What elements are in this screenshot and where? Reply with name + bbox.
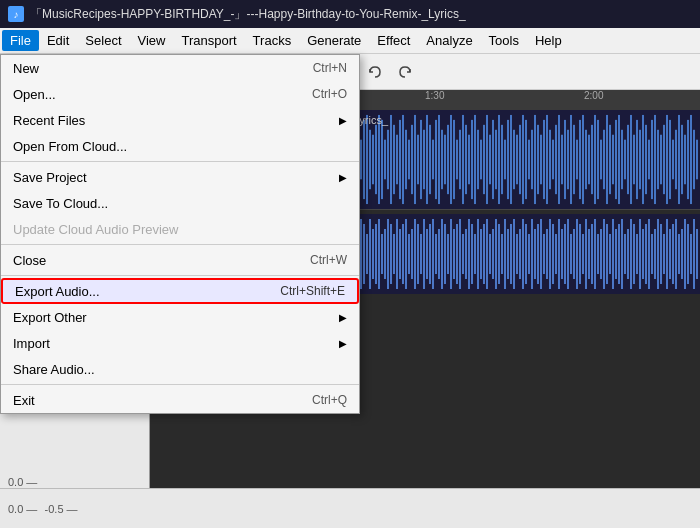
menu-share-audio[interactable]: Share Audio... <box>1 356 359 382</box>
svg-rect-106 <box>399 120 401 199</box>
svg-rect-181 <box>624 140 626 180</box>
svg-rect-99 <box>378 115 380 204</box>
svg-rect-156 <box>549 130 551 189</box>
svg-rect-297 <box>420 234 422 274</box>
menu-effect[interactable]: Effect <box>369 30 418 51</box>
svg-rect-304 <box>441 219 443 289</box>
menu-help[interactable]: Help <box>527 30 570 51</box>
svg-rect-294 <box>411 229 413 279</box>
svg-rect-101 <box>384 140 386 180</box>
svg-rect-355 <box>594 219 596 289</box>
svg-rect-94 <box>363 120 365 199</box>
svg-rect-139 <box>498 115 500 204</box>
svg-rect-283 <box>378 219 380 289</box>
svg-rect-168 <box>585 130 587 189</box>
svg-rect-193 <box>660 135 662 185</box>
svg-rect-285 <box>384 229 386 279</box>
menu-file[interactable]: File <box>2 30 39 51</box>
svg-rect-380 <box>669 229 671 279</box>
menu-save-arrow: ▶ <box>339 172 347 183</box>
menu-save-project[interactable]: Save Project ▶ <box>1 164 359 190</box>
svg-rect-295 <box>414 219 416 289</box>
svg-rect-195 <box>666 115 668 204</box>
toolbar-redo[interactable] <box>391 58 419 86</box>
svg-rect-104 <box>393 125 395 194</box>
svg-rect-155 <box>546 115 548 204</box>
svg-rect-299 <box>426 229 428 279</box>
svg-rect-305 <box>444 224 446 284</box>
menu-export-audio[interactable]: Export Audio... Ctrl+Shift+E <box>1 278 359 304</box>
svg-rect-366 <box>627 229 629 279</box>
svg-rect-286 <box>387 219 389 289</box>
svg-rect-189 <box>648 140 650 180</box>
svg-rect-329 <box>516 234 518 274</box>
svg-rect-174 <box>603 130 605 189</box>
svg-rect-332 <box>525 224 527 284</box>
svg-rect-374 <box>651 234 653 274</box>
svg-rect-303 <box>438 229 440 279</box>
svg-rect-153 <box>540 135 542 185</box>
menu-recent-files[interactable]: Recent Files ▶ <box>1 107 359 133</box>
svg-rect-148 <box>525 120 527 199</box>
svg-rect-356 <box>597 234 599 274</box>
menu-tracks[interactable]: Tracks <box>245 30 300 51</box>
scale-indicator-bottom: -0.5 — <box>45 503 78 515</box>
svg-rect-358 <box>603 219 605 289</box>
menu-exit[interactable]: Exit Ctrl+Q <box>1 387 359 413</box>
svg-rect-123 <box>450 115 452 204</box>
svg-rect-144 <box>513 130 515 189</box>
svg-rect-281 <box>372 229 374 279</box>
menu-open[interactable]: Open... Ctrl+O <box>1 81 359 107</box>
svg-rect-200 <box>681 125 683 194</box>
menu-select[interactable]: Select <box>77 30 129 51</box>
menu-view[interactable]: View <box>130 30 174 51</box>
svg-rect-301 <box>432 219 434 289</box>
svg-rect-317 <box>480 229 482 279</box>
menu-save-cloud[interactable]: Save To Cloud... <box>1 190 359 216</box>
svg-rect-339 <box>546 229 548 279</box>
svg-rect-288 <box>393 234 395 274</box>
svg-rect-316 <box>477 219 479 289</box>
file-menu-dropdown: New Ctrl+N Open... Ctrl+O Recent Files ▶… <box>0 54 360 414</box>
svg-rect-348 <box>573 229 575 279</box>
svg-rect-323 <box>498 224 500 284</box>
menu-new[interactable]: New Ctrl+N <box>1 55 359 81</box>
svg-rect-179 <box>618 115 620 204</box>
svg-rect-100 <box>381 120 383 199</box>
svg-rect-280 <box>369 219 371 289</box>
svg-rect-318 <box>483 224 485 284</box>
svg-rect-176 <box>609 125 611 194</box>
svg-rect-185 <box>636 120 638 199</box>
menu-analyze[interactable]: Analyze <box>418 30 480 51</box>
svg-rect-284 <box>381 234 383 274</box>
menu-tools[interactable]: Tools <box>481 30 527 51</box>
svg-rect-331 <box>522 219 524 289</box>
menu-import[interactable]: Import ▶ <box>1 330 359 356</box>
menu-new-label: New <box>13 61 39 76</box>
svg-rect-321 <box>492 229 494 279</box>
menu-export-other[interactable]: Export Other ▶ <box>1 304 359 330</box>
svg-rect-310 <box>459 219 461 289</box>
svg-rect-143 <box>510 115 512 204</box>
svg-rect-347 <box>570 234 572 274</box>
svg-rect-197 <box>672 140 674 180</box>
menu-export-other-arrow: ▶ <box>339 312 347 323</box>
toolbar-undo[interactable] <box>361 58 389 86</box>
menu-transport[interactable]: Transport <box>173 30 244 51</box>
menu-open-cloud[interactable]: Open From Cloud... <box>1 133 359 159</box>
svg-rect-364 <box>621 219 623 289</box>
sep-1 <box>1 161 359 162</box>
svg-rect-119 <box>438 115 440 204</box>
time-mark-2: 1:30 <box>425 90 444 101</box>
menu-import-arrow: ▶ <box>339 338 347 349</box>
svg-rect-198 <box>675 130 677 189</box>
menu-edit[interactable]: Edit <box>39 30 77 51</box>
svg-rect-385 <box>684 219 686 289</box>
svg-rect-157 <box>552 140 554 180</box>
svg-rect-137 <box>492 120 494 199</box>
menu-generate[interactable]: Generate <box>299 30 369 51</box>
svg-rect-349 <box>576 219 578 289</box>
menu-close[interactable]: Close Ctrl+W <box>1 247 359 273</box>
svg-rect-170 <box>591 125 593 194</box>
svg-rect-93 <box>360 140 362 180</box>
